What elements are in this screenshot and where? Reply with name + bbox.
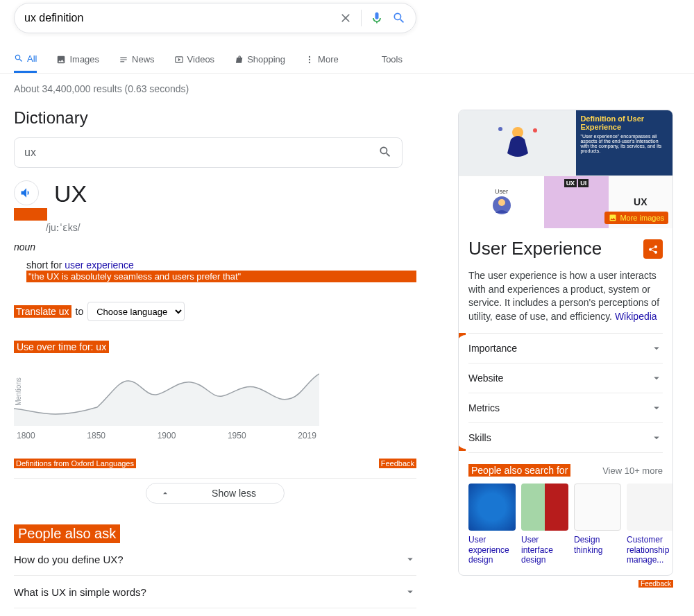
- definition-prefix: short for: [26, 259, 65, 271]
- tab-all[interactable]: All: [14, 46, 37, 73]
- tools-button[interactable]: Tools: [382, 46, 403, 73]
- pasf-link[interactable]: Customer relationship manage...: [627, 535, 673, 565]
- ngram-chart: 1800 1850 1900 1950 2019: [14, 360, 319, 440]
- svg-point-1: [309, 55, 310, 57]
- svg-point-3: [309, 61, 310, 62]
- kp-accordion-label: Importance: [468, 343, 517, 354]
- search-icon[interactable]: [392, 11, 406, 25]
- tab-videos[interactable]: Videos: [174, 46, 215, 73]
- chart-tick: 2019: [298, 431, 316, 440]
- kp-image-tile[interactable]: Definition of User Experience "User expe…: [576, 110, 672, 176]
- kp-accordion-label: Website: [468, 373, 503, 384]
- brace-annotation: [458, 333, 468, 451]
- tab-label: Videos: [187, 54, 215, 65]
- pronunciation: /juːˈɛks/: [46, 222, 416, 233]
- pasf-card[interactable]: User interface design: [521, 484, 568, 565]
- pronounce-button[interactable]: [14, 180, 39, 205]
- feedback-link[interactable]: Feedback: [638, 580, 673, 588]
- dictionary-input[interactable]: [24, 146, 378, 159]
- kp-accordion-label: Skills: [468, 432, 491, 443]
- voice-search-icon[interactable]: [370, 11, 384, 25]
- kp-tile-ux-text: UX: [634, 196, 647, 207]
- pasf-card[interactable]: Customer relationship manage...: [627, 484, 673, 565]
- oxford-attribution[interactable]: Definitions from Oxford Languages: [14, 459, 136, 468]
- result-stats: About 34,400,000 results (0.63 seconds): [0, 74, 694, 94]
- tabs: All Images News Videos Shopping More Too…: [0, 46, 694, 74]
- pasf-card[interactable]: Design thinking: [574, 484, 621, 565]
- kp-image-tile[interactable]: [459, 110, 576, 176]
- paa-question-text: What is UX in simple words?: [14, 586, 146, 598]
- search-icon[interactable]: [378, 145, 392, 161]
- kp-accordion-item[interactable]: Skills: [468, 422, 663, 453]
- tab-label: More: [318, 54, 339, 65]
- pasf-link[interactable]: Design thinking: [574, 535, 621, 555]
- kp-tile-title: Definition of User Experience: [580, 114, 668, 131]
- highlight-strip: [14, 208, 47, 221]
- example-sentence: "the UX is absolutely seamless and users…: [26, 271, 416, 282]
- chart-tick: 1800: [17, 431, 35, 440]
- chevron-up-icon: [160, 488, 170, 498]
- pasf-grid: User experience design User interface de…: [468, 484, 663, 565]
- tab-label: Tools: [382, 54, 403, 65]
- more-images-label: More images: [620, 214, 664, 222]
- kp-accordion-label: Metrics: [468, 402, 500, 413]
- kp-accordion-item[interactable]: Metrics: [468, 393, 663, 422]
- more-images-button[interactable]: More images: [604, 212, 668, 224]
- image-icon: [609, 214, 617, 222]
- headword: UX: [54, 180, 87, 207]
- search-bar[interactable]: [14, 3, 416, 33]
- tab-images[interactable]: Images: [56, 46, 99, 73]
- svg-point-8: [498, 199, 505, 206]
- kp-tile-sub: "User experience" encompasses all aspect…: [580, 134, 668, 153]
- svg-point-2: [309, 58, 310, 60]
- language-select[interactable]: Choose language: [87, 302, 185, 321]
- kp-image-tile[interactable]: User: [459, 176, 544, 229]
- tab-shopping[interactable]: Shopping: [234, 46, 285, 73]
- pasf-card[interactable]: User experience design: [468, 484, 516, 565]
- chevron-down-icon: [650, 431, 663, 444]
- pasf-link[interactable]: User interface design: [521, 535, 568, 565]
- feedback-link[interactable]: Feedback: [379, 459, 416, 468]
- chevron-down-icon: [650, 342, 663, 354]
- share-button[interactable]: [643, 239, 663, 259]
- show-less-button[interactable]: Show less: [146, 483, 285, 504]
- chevron-down-icon: [650, 402, 663, 414]
- svg-point-5: [498, 127, 502, 131]
- kp-ux-badge: UX: [564, 179, 577, 187]
- chevron-down-icon: [404, 553, 416, 565]
- view-more-link[interactable]: View 10+ more: [602, 465, 663, 476]
- tab-more[interactable]: More: [305, 46, 339, 73]
- pasf-thumb: [521, 484, 568, 531]
- tab-label: News: [132, 54, 155, 65]
- paa-question[interactable]: What is difference between UI and UX?: [14, 608, 416, 616]
- kp-title: User Experience: [468, 238, 602, 259]
- pasf-thumb: [574, 484, 621, 531]
- translate-label: Translate ux: [14, 305, 71, 318]
- use-over-time-label: Use over time for: ux: [14, 341, 109, 353]
- kp-ui-badge: UI: [578, 179, 589, 187]
- chart-tick: 1950: [228, 431, 246, 440]
- paa-question[interactable]: How do you define UX?: [14, 543, 416, 576]
- kp-image-grid[interactable]: Definition of User Experience "User expe…: [459, 110, 672, 228]
- chart-ylabel: Mentions: [15, 377, 22, 406]
- definition-link[interactable]: user experience: [65, 259, 134, 271]
- kp-description: The user experience is how a user intera…: [468, 269, 663, 323]
- dictionary-search[interactable]: [14, 137, 403, 168]
- tab-label: Shopping: [247, 54, 285, 65]
- kp-accordion-item[interactable]: Website: [468, 363, 663, 393]
- knowledge-panel: Definition of User Experience "User expe…: [458, 110, 673, 576]
- speaker-icon: [19, 186, 33, 200]
- definition: short for user experience: [26, 259, 416, 271]
- svg-point-6: [533, 128, 537, 132]
- clear-icon[interactable]: [339, 11, 353, 25]
- tab-news[interactable]: News: [119, 46, 155, 73]
- kp-image-tile[interactable]: UX UI: [544, 176, 608, 229]
- wikipedia-link[interactable]: Wikipedia: [615, 311, 657, 322]
- pasf-link[interactable]: User experience design: [468, 535, 516, 565]
- paa-question[interactable]: What is UX in simple words?: [14, 576, 416, 608]
- pasf-heading: People also search for: [468, 464, 570, 477]
- search-input[interactable]: [24, 12, 330, 24]
- kp-accordion-item[interactable]: Importance: [468, 333, 663, 363]
- paa-question-text: How do you define UX?: [14, 554, 124, 565]
- tab-label: All: [27, 53, 37, 64]
